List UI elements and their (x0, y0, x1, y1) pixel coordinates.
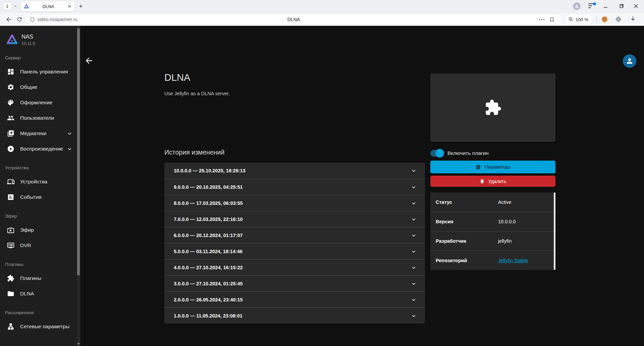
changelog-entry[interactable]: 7.0.0.0 — 12.03.2025, 22:16:10 (164, 211, 425, 227)
library-icon (7, 130, 14, 137)
window-minimize-button[interactable] (602, 3, 609, 9)
zoom-level: 100 % (576, 17, 588, 22)
browser-profile-avatar[interactable] (573, 2, 581, 10)
sidebar-item-label: Сетевые параметры (20, 324, 69, 330)
analytics-icon (7, 193, 14, 201)
plugin-settings-button[interactable]: Параметры (430, 161, 555, 173)
tab-counter-button[interactable]: 1 (3, 2, 12, 10)
folder-icon (7, 290, 14, 297)
changelog-entry-label: 4.0.0.0 — 27.10.2024, 16:15:22 (174, 265, 243, 270)
extension-icon[interactable] (615, 16, 622, 23)
changelog-entry[interactable]: 8.0.0.0 — 17.03.2025, 06:03:55 (164, 195, 425, 211)
downloads-button[interactable]: 2 (630, 16, 636, 24)
sidebar-item-label: Пользователи (20, 115, 54, 121)
chevron-down-icon[interactable] (66, 130, 73, 137)
changelog-entry[interactable]: 10.0.0.0 — 25.10.2025, 18:29:13 (164, 163, 425, 179)
sidebar-item-play-circle[interactable]: Воспроизведение (0, 141, 80, 157)
browser-menu-button[interactable] (588, 3, 596, 9)
menu-notification-dot (593, 2, 596, 5)
browser-back-button[interactable] (5, 16, 12, 23)
changelog-entry-label: 8.0.0.0 — 17.03.2025, 06:03:55 (174, 200, 243, 206)
sidebar-item-label: Оформление (20, 100, 52, 106)
cookie-icon[interactable] (601, 16, 608, 23)
chevron-down-icon[interactable] (411, 281, 417, 287)
sidebar-item-analytics[interactable]: События (0, 189, 80, 205)
changelog-entry[interactable]: 5.0.0.0 — 03.11.2024, 18:14:46 (164, 243, 425, 259)
network-icon (7, 323, 14, 330)
changelog-entry[interactable]: 3.0.0.0 — 27.10.2024, 01:25:45 (164, 275, 425, 291)
dashboard-icon (7, 68, 14, 75)
browser-reload-button[interactable] (16, 16, 23, 22)
window-restore-button[interactable] (618, 3, 625, 9)
info-table-scrollbar[interactable] (554, 192, 555, 270)
tab-close-icon[interactable]: ✕ (67, 4, 71, 9)
nav-section: УстройстваУстройстваСобытия (0, 165, 80, 205)
chevron-down-icon[interactable] (66, 146, 73, 152)
person-icon (575, 4, 579, 8)
sidebar-item-live-tv[interactable]: Эфир (0, 222, 80, 238)
changelog-accordion: 10.0.0.0 — 25.10.2025, 18:29:139.0.0.0 —… (164, 163, 425, 324)
changelog-entry[interactable]: 6.0.0.0 — 20.12.2024, 01:17:07 (164, 227, 425, 243)
chevron-down-icon[interactable] (411, 232, 417, 239)
zoom-control[interactable]: 100 % (565, 14, 592, 25)
url-field[interactable]: video.moipartner.ru DLNA (25, 14, 562, 25)
plugin-settings-label: Параметры (485, 164, 511, 170)
toolbar-divider (597, 16, 597, 23)
repository-link[interactable]: Jellyfin Stable (498, 258, 528, 263)
page-actions-icon[interactable] (539, 19, 545, 20)
sidebar-item-devices[interactable]: Устройства (0, 174, 80, 189)
server-name: NAS (21, 34, 35, 40)
nav-section: РасширенноеСетевые параметры (0, 310, 80, 334)
live-tv-icon (7, 226, 14, 234)
sidebar-item-label: Панель управления (20, 69, 68, 75)
dvr-icon (7, 242, 14, 249)
sidebar-item-palette[interactable]: Оформление (0, 95, 80, 110)
chevron-down-icon[interactable] (411, 168, 417, 174)
sidebar-item-library[interactable]: Медиатеки (0, 126, 80, 141)
chevron-down-icon[interactable] (411, 297, 417, 303)
chevron-down-icon[interactable] (411, 248, 417, 255)
sidebar-item-label: DLNA (20, 291, 34, 297)
sidebar-item-label: Устройства (20, 179, 47, 185)
chevron-down-icon[interactable] (411, 184, 417, 190)
chevron-down-icon[interactable] (411, 265, 417, 271)
user-menu-button[interactable] (623, 54, 636, 68)
download-arrow-icon (630, 16, 636, 22)
info-row: СтатусActive (430, 192, 555, 212)
info-label: Разработчик (436, 238, 498, 244)
bookmark-icon[interactable] (549, 17, 555, 22)
sidebar-item-label: Воспроизведение (20, 146, 63, 152)
tab-list-chevron-icon[interactable] (13, 4, 18, 8)
chevron-down-icon[interactable] (411, 200, 417, 207)
sidebar-item-dashboard[interactable]: Панель управления (0, 64, 80, 79)
enable-plugin-toggle[interactable] (430, 150, 443, 157)
chevron-down-icon[interactable] (411, 216, 417, 223)
window-close-button[interactable] (633, 3, 639, 9)
scrollbar-down-arrow[interactable] (77, 343, 80, 345)
nav-section-label: Сервер (0, 55, 80, 61)
sidebar-item-people[interactable]: Пользователи (0, 110, 80, 126)
page-back-button[interactable] (84, 56, 94, 65)
new-tab-button[interactable]: + (77, 3, 84, 10)
plugin-delete-button[interactable]: Удалить (430, 176, 555, 187)
changelog-entry-label: 2.0.0.0 — 26.05.2024, 23:40:15 (174, 297, 243, 302)
changelog-entry[interactable]: 9.0.0.0 — 20.10.2025, 04:25:51 (164, 179, 425, 195)
sidebar-item-network[interactable]: Сетевые параметры (0, 319, 80, 334)
changelog-entry[interactable]: 2.0.0.0 — 26.05.2024, 23:40:15 (164, 291, 425, 307)
chevron-down-icon[interactable] (411, 313, 417, 319)
hamburger-icon (588, 3, 593, 4)
page-subtitle: Use Jellyfin as a DLNA server. (164, 91, 230, 96)
sidebar-item-label: Общие (20, 84, 37, 90)
browser-tab[interactable]: DLNA ✕ (21, 1, 74, 11)
scrollbar-thumb[interactable] (77, 28, 80, 275)
sidebar-scrollbar[interactable] (77, 26, 80, 346)
info-row: Разработчикjellyfin (430, 231, 555, 251)
changelog-entry[interactable]: 1.0.0.0 — 11.05.2024, 23:08:01 (164, 307, 425, 324)
sidebar-item-folder[interactable]: DLNA (0, 286, 80, 301)
sidebar-item-dvr[interactable]: DVR (0, 238, 80, 253)
sidebar-item-gear[interactable]: Общие (0, 79, 80, 95)
changelog-entry[interactable]: 4.0.0.0 — 27.10.2024, 16:15:22 (164, 259, 425, 275)
changelog-heading: История изменений (164, 149, 224, 156)
sidebar-item-puzzle[interactable]: Плагины (0, 271, 80, 286)
sidebar-item-label: DVR (20, 242, 31, 248)
